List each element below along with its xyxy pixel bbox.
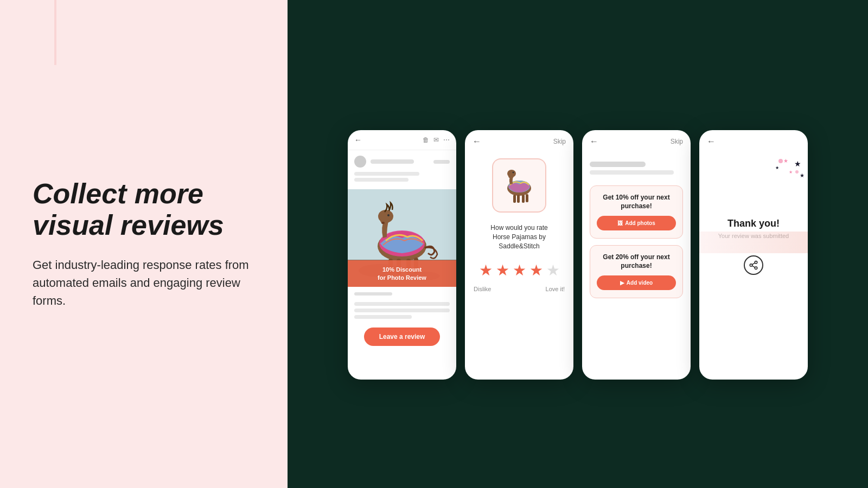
offer-photos-text: Get 10% off your next purchase! xyxy=(597,194,676,210)
stars-row[interactable]: ★ ★ ★ ★ ★ xyxy=(479,261,560,279)
discount-badge: 10% Discount for Photo Review xyxy=(348,260,456,287)
svg-text:★: ★ xyxy=(783,158,788,164)
svg-point-32 xyxy=(750,264,752,267)
date-bar xyxy=(433,160,450,164)
star-4[interactable]: ★ xyxy=(529,261,543,279)
svg-point-29 xyxy=(778,159,783,163)
sender-avatar xyxy=(354,156,366,168)
svg-point-8 xyxy=(387,214,390,216)
add-video-button[interactable]: ▶ Add video xyxy=(597,275,676,290)
back-arrow-icon[interactable]: ← xyxy=(354,136,362,144)
svg-text:★: ★ xyxy=(800,172,805,178)
phone-email: ← 🗑 ✉ ⋯ xyxy=(348,130,456,380)
share-button[interactable] xyxy=(744,255,763,275)
progress-bar xyxy=(354,292,392,296)
left-panel: Collect more visual reviews Get industry… xyxy=(0,0,288,488)
subject-bar-2 xyxy=(354,178,409,182)
headline: Collect more visual reviews xyxy=(33,178,255,240)
media-header: ← Skip xyxy=(582,130,691,153)
phones-container: ← 🗑 ✉ ⋯ xyxy=(337,130,819,380)
thankyou-header: ← xyxy=(699,130,808,153)
confetti-area: ★ ★ ★ ★ ★ xyxy=(764,153,808,196)
phone-thankyou: ← ★ ★ ★ ★ ★ Thank you! Yo xyxy=(699,130,808,380)
email-horse-image: 10% Discount for Photo Review xyxy=(348,189,456,287)
offer-photos-block: Get 10% off your next purchase! 🖼 Add ph… xyxy=(590,185,683,239)
email-sender-area xyxy=(348,150,456,189)
ellipsis-icon[interactable]: ⋯ xyxy=(443,136,450,144)
rating-back-arrow[interactable]: ← xyxy=(473,137,481,146)
star-1[interactable]: ★ xyxy=(479,261,493,279)
media-content: Get 10% off your next purchase! 🖼 Add ph… xyxy=(582,153,691,313)
trash-icon[interactable]: 🗑 xyxy=(423,136,429,144)
sender-row xyxy=(354,156,450,168)
right-panel: ← 🗑 ✉ ⋯ xyxy=(288,0,868,488)
svg-line-34 xyxy=(752,266,755,267)
svg-rect-20 xyxy=(517,195,520,203)
svg-rect-22 xyxy=(526,194,528,202)
love-it-label: Love it! xyxy=(546,286,565,292)
content-line-1 xyxy=(354,302,450,306)
content-line-2 xyxy=(354,309,450,312)
email-body-content: Leave a review xyxy=(348,287,456,351)
thankyou-content: ★ ★ ★ ★ ★ Thank you! Your review was sub… xyxy=(699,153,808,286)
subtext: Get industry-leading response rates from… xyxy=(33,256,255,310)
svg-rect-21 xyxy=(522,195,525,203)
subject-bar-1 xyxy=(354,172,419,176)
image-icon: 🖼 xyxy=(617,220,623,226)
svg-point-9 xyxy=(381,222,385,224)
video-icon: ▶ xyxy=(620,280,624,286)
product-image xyxy=(492,158,546,213)
svg-point-18 xyxy=(508,174,514,178)
svg-text:★: ★ xyxy=(775,165,779,170)
email-header-icons: 🗑 ✉ ⋯ xyxy=(423,136,450,144)
title-bar-sm xyxy=(590,170,674,175)
title-bar-lg xyxy=(590,162,646,167)
svg-point-31 xyxy=(755,261,757,264)
rating-header: ← Skip xyxy=(465,130,573,153)
star-2[interactable]: ★ xyxy=(496,261,509,279)
svg-text:★: ★ xyxy=(789,170,793,175)
sender-name-bar xyxy=(371,159,414,164)
media-skip-btn[interactable]: Skip xyxy=(671,138,683,145)
leave-review-button[interactable]: Leave a review xyxy=(364,328,441,346)
thankyou-back-arrow[interactable]: ← xyxy=(707,137,716,146)
pink-strip xyxy=(699,232,808,253)
media-back-arrow[interactable]: ← xyxy=(590,137,598,146)
rating-question: How would you rateHorse Pajamas by Saddl… xyxy=(474,223,565,251)
svg-point-30 xyxy=(795,170,799,174)
content-line-3 xyxy=(354,315,412,319)
svg-rect-19 xyxy=(513,195,516,203)
offer-video-text: Get 20% off your next purchase! xyxy=(597,253,676,270)
thank-you-title: Thank you! xyxy=(727,218,780,229)
email-header: ← 🗑 ✉ ⋯ xyxy=(348,130,456,150)
add-photos-button[interactable]: 🖼 Add photos xyxy=(597,216,676,230)
star-3[interactable]: ★ xyxy=(513,261,526,279)
svg-point-23 xyxy=(513,172,514,174)
star-5[interactable]: ★ xyxy=(546,261,560,279)
rating-content: How would you rateHorse Pajamas by Saddl… xyxy=(465,153,573,303)
svg-point-33 xyxy=(755,267,757,269)
dislike-label: Dislike xyxy=(474,286,491,292)
rating-skip-btn[interactable]: Skip xyxy=(553,138,566,145)
offer-video-block: Get 20% off your next purchase! ▶ Add vi… xyxy=(590,245,683,298)
rating-labels: Dislike Love it! xyxy=(474,286,565,292)
mail-icon[interactable]: ✉ xyxy=(433,136,439,144)
phone-rating: ← Skip xyxy=(465,130,573,380)
phone-media: ← Skip Get 10% off your next purchase! 🖼… xyxy=(582,130,691,380)
svg-text:★: ★ xyxy=(794,159,801,168)
svg-line-35 xyxy=(752,263,755,265)
